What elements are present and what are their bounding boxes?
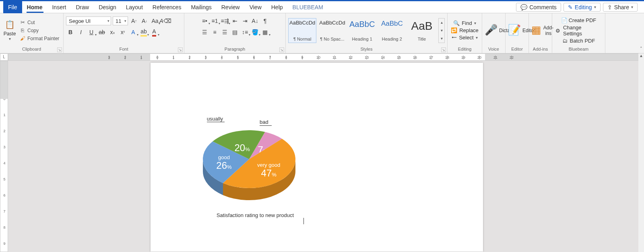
group-label: Editor — [508, 46, 526, 52]
grow-font-button[interactable]: A↑ — [130, 16, 138, 25]
scroll-up-icon[interactable]: ▲ — [638, 53, 644, 59]
tab-view[interactable]: View — [245, 1, 266, 13]
shrink-font-button[interactable]: A↓ — [140, 16, 149, 25]
underline-button[interactable]: U▾ — [87, 28, 96, 37]
dialog-launcher[interactable]: ↘ — [279, 47, 284, 52]
increase-indent-button[interactable]: ⇥ — [241, 16, 250, 25]
tab-selector[interactable]: L — [0, 53, 8, 61]
tab-insert[interactable]: Insert — [47, 1, 71, 13]
addins-icon: ▦ — [531, 24, 541, 37]
replace-button[interactable]: 🔁Replace — [450, 27, 479, 33]
group-label: Add-ins — [531, 46, 549, 52]
tab-home[interactable]: Home — [22, 1, 47, 13]
bold-button[interactable]: B — [66, 28, 75, 37]
dictate-button[interactable]: 🎤 Dictate ▾ — [485, 15, 507, 46]
svg-text:3: 3 — [108, 55, 110, 59]
dialog-launcher[interactable]: ↘ — [178, 47, 183, 52]
tab-help[interactable]: Help — [266, 1, 288, 13]
numbering-button[interactable]: ≡1▾ — [211, 16, 219, 25]
tab-design[interactable]: Design — [94, 1, 121, 13]
svg-text:4: 4 — [221, 55, 223, 59]
tab-layout[interactable]: Layout — [121, 1, 148, 13]
line-spacing-button[interactable]: ↕≡▾ — [241, 28, 250, 37]
chevron-down-icon: ▾ — [476, 35, 478, 40]
highlight-button[interactable]: ab▾ — [139, 28, 148, 37]
shading-button[interactable]: 🪣▾ — [251, 28, 260, 37]
collapse-ribbon-button[interactable]: ˄ — [640, 46, 642, 51]
font-color-button[interactable]: A▾ — [150, 28, 159, 37]
vertical-ruler[interactable]: 210123456789101112 — [0, 61, 8, 252]
svg-text:3: 3 — [3, 145, 5, 149]
sort-button[interactable]: A↓ — [251, 16, 260, 25]
align-right-button[interactable]: ☰ — [221, 28, 229, 37]
format-painter-button[interactable]: 🖌Format Painter — [19, 35, 60, 42]
align-center-button[interactable]: ≡ — [211, 28, 219, 37]
create-pdf-button[interactable]: 📄Create PDF — [560, 17, 597, 23]
font-size-combo[interactable]: 11▾ — [113, 16, 128, 25]
scissors-icon: ✂ — [19, 19, 26, 26]
select-button[interactable]: ⭠Select▾ — [451, 35, 478, 41]
addins-button[interactable]: ▦ Add-ins — [531, 15, 554, 46]
style-title[interactable]: AaBTitle — [408, 18, 436, 43]
editing-mode-button[interactable]: ✎Editing▾ — [564, 3, 601, 12]
editor-button[interactable]: 📝 Editor — [508, 15, 530, 46]
svg-text:2: 2 — [3, 129, 5, 133]
callout-bad: bad — [260, 119, 272, 131]
find-button[interactable]: 🔍Find▾ — [452, 20, 477, 26]
chart-title: Satisfaction rating to new product — [193, 212, 318, 218]
share-icon: ⇪ — [607, 4, 612, 10]
search-icon: 🔍 — [453, 20, 460, 26]
change-settings-button[interactable]: ⚙Change Settings — [555, 25, 603, 37]
subscript-button[interactable]: x — [108, 28, 117, 37]
tab-review[interactable]: Review — [217, 1, 245, 13]
share-button[interactable]: ⇪Share▾ — [603, 3, 638, 12]
vertical-scrollbar[interactable]: ▲ — [638, 53, 644, 252]
clipboard-icon: 📋 — [4, 20, 15, 31]
justify-button[interactable]: ▤ — [231, 28, 239, 37]
pie-chart[interactable]: usually bad 7%very good47%good26%20% Sat… — [193, 119, 318, 218]
superscript-button[interactable]: x — [118, 28, 127, 37]
italic-button[interactable]: I — [76, 28, 85, 37]
styles-more-icon[interactable]: ▾ — [439, 35, 444, 43]
style-heading-2[interactable]: AaBbCHeading 2 — [378, 18, 406, 43]
dialog-launcher[interactable]: ↘ — [441, 47, 446, 52]
svg-text:17: 17 — [429, 55, 433, 59]
styles-up-icon[interactable]: ▴ — [439, 18, 444, 27]
copy-button[interactable]: ⎘Copy — [19, 27, 60, 34]
document-page[interactable]: usually bad 7%very good47%good26%20% Sat… — [151, 63, 483, 252]
change-case-button[interactable]: Aa▾ — [151, 16, 159, 25]
chevron-down-icon: ▾ — [124, 19, 126, 23]
bullets-button[interactable]: ≡•▾ — [200, 16, 209, 25]
comments-button[interactable]: 💬Comments — [516, 3, 561, 12]
style--no-spac-[interactable]: AaBbCcDd¶ No Spac... — [318, 18, 346, 43]
style-heading-1[interactable]: AaBbCHeading 1 — [348, 18, 376, 43]
pencil-icon: ✎ — [568, 4, 573, 10]
decrease-indent-button[interactable]: ⇤ — [231, 16, 239, 25]
svg-text:1: 1 — [3, 113, 5, 117]
horizontal-ruler[interactable]: 321012345678910111213141516171819202122 — [8, 53, 639, 61]
paste-button[interactable]: 📋 Paste ▾ — [2, 20, 17, 41]
text-effects-button[interactable]: A▾ — [129, 28, 138, 37]
borders-button[interactable]: ▦▾ — [261, 28, 270, 37]
tab-draw[interactable]: Draw — [71, 1, 94, 13]
multilevel-button[interactable]: ≡⇶▾ — [221, 16, 229, 25]
align-left-button[interactable]: ☰ — [200, 28, 209, 37]
cut-button[interactable]: ✂Cut — [19, 19, 60, 26]
font-name-combo[interactable]: Segoe UI▾ — [66, 16, 111, 25]
dialog-launcher[interactable]: ↘ — [57, 47, 62, 52]
svg-text:2: 2 — [188, 55, 190, 59]
batch-pdf-button[interactable]: 🗂Batch PDF — [561, 38, 596, 44]
show-marks-button[interactable]: ¶ — [261, 16, 270, 25]
strikethrough-button[interactable]: ab — [97, 28, 106, 37]
clear-format-button[interactable]: A⌫ — [161, 16, 170, 25]
tab-bluebeam[interactable]: BLUEBEAM — [288, 1, 328, 13]
microphone-icon: 🎤 — [485, 24, 497, 37]
tab-mailings[interactable]: Mailings — [186, 1, 216, 13]
ribbon: 📋 Paste ▾ ✂Cut ⎘Copy 🖌Format Painter Cli… — [0, 13, 644, 53]
svg-text:5: 5 — [237, 55, 239, 59]
group-label: Bluebeam — [555, 46, 603, 52]
tab-references[interactable]: References — [148, 1, 186, 13]
tab-file[interactable]: File — [3, 1, 22, 13]
style--normal[interactable]: AaBbCcDd¶ Normal — [288, 18, 316, 43]
styles-down-icon[interactable]: ▾ — [439, 27, 444, 35]
